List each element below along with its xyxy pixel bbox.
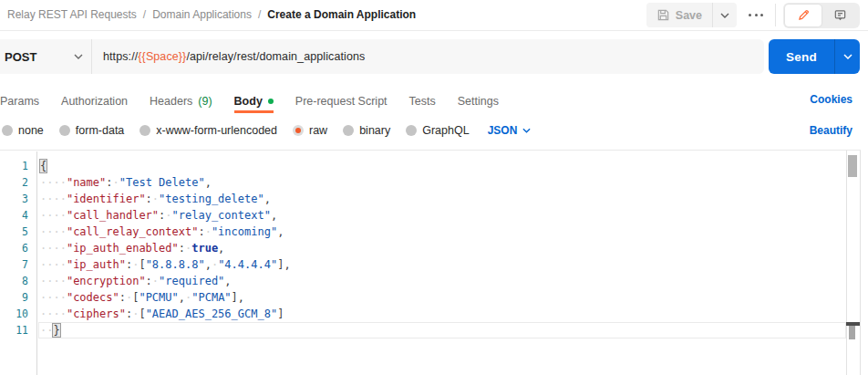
- tab-body[interactable]: Body: [234, 87, 274, 113]
- radio-icon: [2, 125, 13, 136]
- body-mode-binary[interactable]: binary: [343, 124, 390, 137]
- json-punctuation: ]: [277, 307, 284, 320]
- radio-icon: [59, 125, 70, 136]
- editor-right-border: [860, 151, 861, 375]
- header: Relay REST API Requests / Domain Applica…: [0, 0, 868, 31]
- url-variable: {{Space}}: [138, 50, 186, 63]
- breadcrumb-separator: /: [143, 8, 146, 21]
- send-button-label: Send: [786, 50, 817, 64]
- tab-label: Body: [234, 95, 263, 108]
- body-editor[interactable]: 1234567891011 {····"name":·"Test Delete"…: [0, 150, 861, 375]
- json-punctuation: :: [146, 193, 152, 205]
- whitespace-dots: ····: [40, 193, 67, 205]
- breadcrumb-separator: /: [258, 8, 261, 21]
- whitespace-dots: ····: [40, 258, 67, 271]
- language-select[interactable]: JSON: [488, 124, 532, 137]
- radio-icon: [140, 125, 150, 136]
- beautify-link[interactable]: Beautify: [810, 120, 852, 140]
- floppy-icon: [656, 8, 670, 22]
- whitespace-dots: ··: [40, 324, 53, 337]
- header-actions: Save: [646, 2, 860, 28]
- json-punctuation: :: [146, 275, 152, 287]
- tab-settings[interactable]: Settings: [458, 87, 499, 113]
- breadcrumb-request-name[interactable]: Create a Domain Application: [267, 8, 416, 21]
- json-punctuation: ,: [179, 291, 185, 304]
- tab-params[interactable]: Params: [0, 87, 39, 113]
- language-select-value: JSON: [488, 124, 518, 137]
- line-number: 7: [0, 256, 28, 273]
- url-input[interactable]: https://{{Space}}/api/relay/rest/domain_…: [92, 50, 365, 63]
- save-options-button[interactable]: [712, 3, 737, 27]
- save-button[interactable]: Save: [646, 3, 712, 27]
- pencil-icon: [797, 8, 811, 22]
- method-select[interactable]: POST: [0, 39, 92, 74]
- edit-comment-toggle: [783, 3, 860, 28]
- json-punctuation: ,: [205, 176, 212, 189]
- json-string: "Test Delete": [119, 176, 205, 189]
- cookies-link[interactable]: Cookies: [810, 87, 852, 111]
- json-key: "call_relay_context": [67, 225, 199, 238]
- json-key: "name": [67, 176, 106, 189]
- more-ellipsis-icon: [760, 14, 763, 16]
- more-ellipsis-icon: [749, 14, 751, 16]
- whitespace-dots: ····: [40, 307, 67, 320]
- tab-authorization[interactable]: Authorization: [61, 87, 128, 113]
- edit-mode-button[interactable]: [785, 5, 822, 26]
- whitespace-dots: ····: [40, 242, 67, 255]
- line-number: 10: [0, 306, 28, 322]
- code-line: {: [40, 158, 291, 174]
- code-line: ··}: [40, 322, 291, 339]
- body-modified-dot: [268, 99, 274, 104]
- whitespace-dots: ····: [40, 209, 67, 222]
- send-options-button[interactable]: [835, 39, 860, 74]
- tab-tests[interactable]: Tests: [409, 87, 436, 113]
- json-boolean: true: [191, 242, 218, 255]
- body-mode-none[interactable]: none: [2, 124, 44, 137]
- json-punctuation: ,: [264, 193, 271, 205]
- send-button[interactable]: Send: [769, 39, 834, 74]
- breadcrumb-folder[interactable]: Domain Applications: [152, 8, 252, 21]
- whitespace-dots: ·: [152, 275, 159, 287]
- json-punctuation: :: [119, 291, 126, 304]
- code-line: ····"call_handler":·"relay_context",: [40, 207, 291, 224]
- json-key: "encryption": [67, 275, 146, 287]
- url-prefix: https://: [103, 50, 138, 63]
- whitespace-dots: ·: [113, 176, 119, 189]
- breadcrumb-collection[interactable]: Relay REST API Requests: [7, 8, 137, 21]
- line-number: 5: [0, 224, 28, 240]
- json-punctuation: ,: [271, 209, 277, 222]
- body-mode-form-data[interactable]: form-data: [59, 124, 125, 137]
- comment-mode-button[interactable]: [822, 5, 858, 26]
- send-button-group: Send: [769, 39, 860, 74]
- line-number: 11: [0, 322, 28, 339]
- request-builder-page: Relay REST API Requests / Domain Applica…: [0, 0, 868, 375]
- whitespace-dots: ····: [40, 176, 67, 189]
- line-number: 2: [0, 174, 28, 191]
- code-line: ····"ciphers":·["AEAD_AES_256_GCM_8"]: [40, 306, 291, 322]
- scrollbar-corner-thumb[interactable]: [849, 326, 855, 339]
- more-actions-button[interactable]: [747, 6, 765, 25]
- breadcrumb: Relay REST API Requests / Domain Applica…: [7, 0, 416, 29]
- comment-icon: [833, 8, 847, 22]
- body-mode-graphql[interactable]: GraphQL: [406, 124, 469, 137]
- line-number: 8: [0, 273, 28, 289]
- line-number: 1: [0, 158, 28, 174]
- json-key: "ciphers": [67, 307, 126, 320]
- json-punctuation: :: [179, 242, 185, 255]
- scrollbar-thumb[interactable]: [848, 155, 857, 177]
- body-mode-label: form-data: [76, 124, 125, 137]
- whitespace-dots: ·: [165, 209, 171, 222]
- code-line: ····"identifier":·"testing_delete",: [40, 191, 291, 207]
- tab-label: Authorization: [61, 95, 128, 108]
- whitespace-dots: ····: [40, 291, 67, 304]
- tab-headers[interactable]: Headers (9): [150, 87, 212, 113]
- tab-label: Params: [0, 95, 39, 108]
- radio-icon: [406, 125, 417, 136]
- json-key: "ip_auth": [67, 258, 126, 271]
- editor-gutter: 1234567891011: [0, 158, 28, 339]
- body-mode-x-www-form-urlencoded[interactable]: x-www-form-urlencoded: [140, 124, 277, 137]
- body-mode-raw[interactable]: raw: [293, 124, 327, 137]
- tab-label: Pre-request Script: [295, 95, 388, 108]
- json-string: "AEAD_AES_256_GCM_8": [146, 307, 278, 320]
- tab-pre-request-script[interactable]: Pre-request Script: [295, 87, 388, 113]
